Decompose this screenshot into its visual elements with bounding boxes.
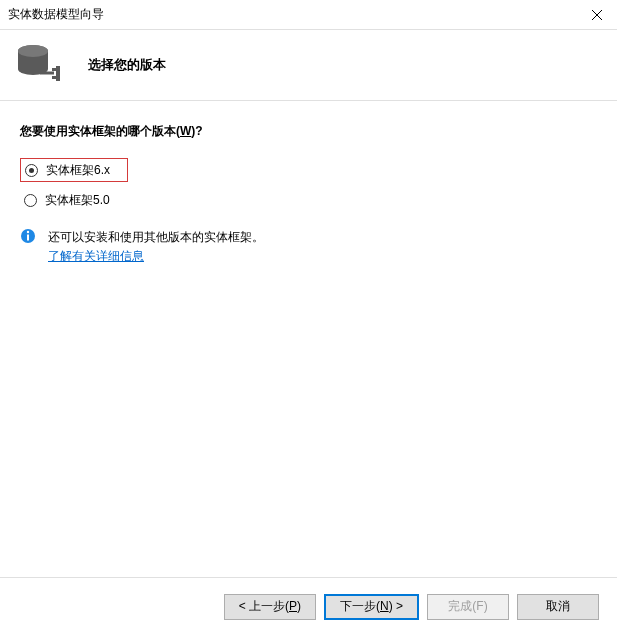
cancel-button[interactable]: 取消 [517,594,599,620]
database-icon [16,41,64,89]
svg-point-7 [27,231,29,233]
info-text: 还可以安装和使用其他版本的实体框架。 [48,228,264,246]
next-button[interactable]: 下一步(N) > [324,594,419,620]
learn-more-link[interactable]: 了解有关详细信息 [48,249,144,263]
wizard-header: 选择您的版本 [0,30,617,100]
info-icon [20,228,36,244]
finish-button: 完成(F) [427,594,509,620]
radio-icon [25,164,38,177]
svg-rect-3 [52,76,56,79]
radio-label: 实体框架6.x [46,162,110,179]
svg-rect-6 [27,235,29,241]
back-button[interactable]: < 上一步(P) [224,594,316,620]
close-icon [592,10,602,20]
svg-rect-4 [56,66,60,81]
titlebar: 实体数据模型向导 [0,0,617,30]
version-radio-group: 实体框架6.x 实体框架5.0 [20,158,597,212]
radio-option-ef5[interactable]: 实体框架5.0 [20,188,597,212]
content-area: 您要使用实体框架的哪个版本(W)? 实体框架6.x 实体框架5.0 还可以安装和… [0,101,617,287]
radio-option-ef6[interactable]: 实体框架6.x [20,158,128,182]
svg-rect-2 [52,68,56,71]
svg-point-1 [18,45,48,57]
question-label: 您要使用实体框架的哪个版本(W)? [20,123,597,140]
radio-icon [24,194,37,207]
window-title: 实体数据模型向导 [8,6,577,23]
wizard-footer: < 上一步(P) 下一步(N) > 完成(F) 取消 [0,577,617,635]
page-title: 选择您的版本 [88,56,166,74]
close-button[interactable] [577,0,617,30]
info-panel: 还可以安装和使用其他版本的实体框架。 了解有关详细信息 [20,228,597,265]
radio-label: 实体框架5.0 [45,192,110,209]
